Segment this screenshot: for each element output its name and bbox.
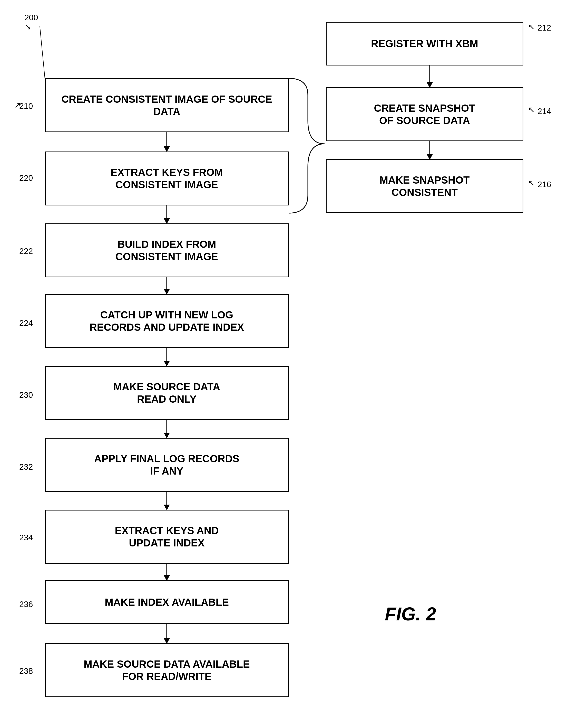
box-build-index: BUILD INDEX FROMCONSISTENT IMAGE [45, 224, 288, 277]
svg-marker-19 [427, 154, 433, 160]
ref-label-212: 212 [538, 23, 551, 33]
step-label-238: 238 [19, 666, 33, 676]
box-make-snapshot-consistent: MAKE SNAPSHOTCONSISTENT [326, 159, 523, 213]
box-register-xbm: REGISTER WITH XBM [326, 22, 523, 66]
step-label-210: 210 [19, 101, 33, 111]
svg-marker-1 [164, 146, 170, 152]
svg-marker-15 [164, 638, 170, 644]
box-catch-up: CATCH UP WITH NEW LOGRECORDS AND UPDATE … [45, 294, 288, 348]
svg-marker-9 [164, 433, 170, 438]
step-label-224: 224 [19, 318, 33, 328]
fig-label: FIG. 2 [385, 603, 436, 625]
ref-label-214: 214 [538, 107, 551, 116]
box-apply-final-log: APPLY FINAL LOG RECORDSIF ANY [45, 438, 288, 492]
svg-marker-3 [164, 218, 170, 224]
svg-line-20 [40, 26, 45, 78]
svg-marker-11 [164, 504, 170, 510]
step-label-222: 222 [19, 246, 33, 256]
ref-200-arrow: ↘ [24, 22, 31, 32]
step-label-232: 232 [19, 462, 33, 472]
box-create-consistent-image: CREATE CONSISTENT IMAGE OF SOURCE DATA [45, 78, 288, 132]
step-label-236: 236 [19, 600, 33, 609]
ref-200: 200 [24, 13, 38, 22]
svg-marker-13 [164, 575, 170, 581]
ref-label-216: 216 [538, 180, 551, 189]
ref-arrow-214: ↖ [528, 105, 535, 114]
ref-arrow-216: ↖ [528, 178, 535, 188]
step-label-230: 230 [19, 390, 33, 400]
box-create-snapshot: CREATE SNAPSHOTOF SOURCE DATA [326, 87, 523, 141]
svg-marker-7 [164, 361, 170, 366]
step-label-234: 234 [19, 533, 33, 542]
box-make-index-available: MAKE INDEX AVAILABLE [45, 580, 288, 624]
svg-marker-17 [427, 82, 433, 88]
diagram: 200 ↘ 210 ↗ CREATE CONSISTENT IMAGE OF S… [0, 0, 577, 728]
box-make-read-only: MAKE SOURCE DATAREAD ONLY [45, 366, 288, 420]
box-extract-keys-consistent: EXTRACT KEYS FROMCONSISTENT IMAGE [45, 152, 288, 205]
svg-marker-5 [164, 289, 170, 294]
step-label-220: 220 [19, 173, 33, 183]
ref-arrow-212: ↖ [528, 22, 535, 32]
box-make-source-available: MAKE SOURCE DATA AVAILABLEFOR READ/WRITE [45, 643, 288, 697]
box-extract-keys-update: EXTRACT KEYS ANDUPDATE INDEX [45, 510, 288, 564]
step-arrow-210: ↗ [14, 100, 21, 110]
